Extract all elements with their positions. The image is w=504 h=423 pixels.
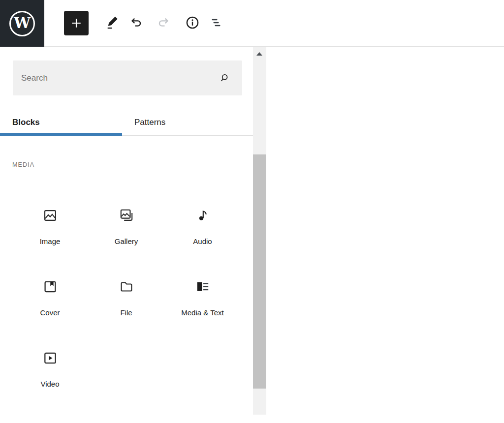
block-item-video[interactable]: Video — [12, 342, 88, 414]
block-item-file[interactable]: File — [88, 271, 164, 342]
editor-canvas[interactable] — [266, 47, 504, 423]
redo-button[interactable] — [155, 14, 173, 31]
undo-arrow-icon — [127, 14, 145, 31]
add-block-button[interactable] — [64, 11, 89, 35]
tab-patterns[interactable]: Patterns — [134, 118, 165, 127]
image-icon — [42, 208, 58, 223]
block-label: Video — [40, 380, 59, 388]
block-inserter-panel: Blocks Patterns MEDIA Image Gallery — [0, 47, 266, 415]
undo-button[interactable] — [127, 14, 145, 31]
tools-button[interactable] — [103, 14, 121, 31]
info-icon — [184, 14, 201, 31]
list-view-button[interactable] — [208, 14, 226, 31]
video-icon — [42, 350, 58, 366]
media-text-icon — [195, 279, 211, 295]
scrollbar-up-button[interactable] — [253, 47, 266, 60]
wordpress-logo-button[interactable]: W — [0, 0, 44, 47]
audio-note-icon — [195, 208, 211, 223]
block-item-media-text[interactable]: Media & Text — [164, 271, 241, 342]
plus-icon — [69, 16, 84, 30]
list-view-icon — [208, 14, 226, 31]
scrollbar-thumb[interactable] — [253, 154, 266, 389]
block-label: File — [120, 308, 132, 317]
block-item-audio[interactable]: Audio — [164, 200, 241, 271]
block-item-gallery[interactable]: Gallery — [88, 200, 164, 271]
section-label-media: MEDIA — [12, 161, 34, 168]
block-label: Cover — [40, 308, 60, 317]
cover-icon — [42, 279, 58, 295]
block-label: Media & Text — [181, 308, 223, 317]
active-tab-indicator — [0, 133, 122, 136]
block-item-cover[interactable]: Cover — [12, 271, 88, 342]
panel-scrollbar[interactable] — [253, 47, 266, 415]
block-item-image[interactable]: Image — [12, 200, 88, 271]
details-button[interactable] — [184, 14, 201, 31]
wordpress-logo-icon: W — [9, 11, 35, 36]
editor-toolbar: W — [0, 0, 504, 47]
search-input[interactable] — [13, 60, 242, 95]
folder-icon — [119, 279, 134, 295]
redo-arrow-icon — [155, 14, 173, 31]
scroll-up-arrow-icon — [256, 52, 262, 56]
magnifier-icon — [218, 72, 230, 85]
tab-blocks[interactable]: Blocks — [12, 118, 40, 127]
block-label: Audio — [193, 237, 212, 245]
block-grid: Image Gallery Audio — [12, 200, 241, 414]
block-editor: W — [0, 0, 504, 423]
gallery-icon — [119, 208, 134, 223]
search-box — [13, 60, 242, 95]
pencil-icon — [103, 14, 121, 31]
block-label: Image — [40, 237, 61, 245]
block-label: Gallery — [115, 237, 138, 245]
wordpress-logo-letter: W — [14, 16, 31, 30]
